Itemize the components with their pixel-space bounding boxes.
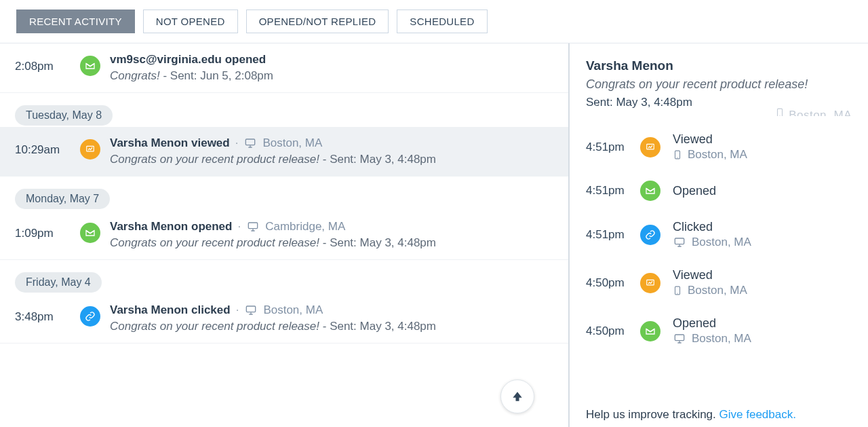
activity-time: 1:09pm [15, 220, 80, 240]
activity-time: 2:08pm [15, 53, 80, 73]
timeline-row[interactable]: 4:50pm Opened Boston, MA [586, 316, 852, 346]
mobile-icon [775, 107, 785, 116]
svg-rect-0 [87, 146, 94, 151]
svg-point-12 [677, 293, 677, 294]
activity-actor: Varsha Menon [110, 303, 188, 316]
activity-sent: Sent: May 3, 4:48pm [330, 236, 436, 249]
panel-timeline: 4:51pm Viewed Boston, MA 4:51pm Opened 4… [586, 132, 852, 346]
opened-icon [640, 321, 660, 341]
svg-point-5 [780, 115, 781, 116]
activity-sent: Sent: May 3, 4:48pm [330, 153, 436, 166]
clicked-icon [640, 225, 660, 245]
activity-location: Cambridge, MA [265, 220, 345, 234]
svg-rect-10 [647, 280, 654, 285]
timeline-time: 4:51pm [586, 141, 640, 154]
clicked-icon [80, 306, 100, 327]
detail-panel: Varsha Menon Congrats on your recent pro… [570, 43, 868, 427]
mobile-icon [673, 284, 682, 297]
date-separator: Friday, May 4 [15, 272, 102, 293]
panel-contact-name: Varsha Menon [586, 58, 852, 73]
tab-notreplied[interactable]: OPENED/NOT REPLIED [246, 10, 389, 33]
timeline-location: Boston, MA [688, 284, 747, 297]
svg-point-8 [677, 157, 677, 158]
opened-icon [80, 223, 100, 243]
activity-actor: vm9sc@virginia.edu [110, 53, 222, 66]
feedback-prompt: Help us improve tracking. Give feedback. [586, 408, 852, 422]
activity-subject: Congrats on your recent product release! [110, 153, 319, 166]
timeline-location: Boston, MA [688, 148, 747, 162]
activity-row[interactable]: 3:48pm Varsha Menon clicked · Boston, MA… [0, 294, 568, 344]
activity-row[interactable]: 2:08pm vm9sc@virginia.edu opened Congrat… [0, 43, 568, 93]
timeline-time: 4:51pm [586, 228, 640, 242]
viewed-icon [640, 273, 660, 293]
activity-location: Boston, MA [263, 303, 323, 317]
scroll-to-top-button[interactable] [500, 379, 534, 413]
svg-rect-6 [647, 144, 654, 149]
desktop-icon [243, 138, 257, 149]
activity-actor: Varsha Menon [110, 136, 188, 149]
mobile-icon [673, 149, 682, 161]
svg-rect-2 [249, 223, 258, 229]
timeline-row[interactable]: 4:50pm Viewed Boston, MA [586, 268, 852, 297]
tab-scheduled[interactable]: SCHEDULED [397, 10, 487, 33]
tab-recent[interactable]: RECENT ACTIVITY [16, 10, 135, 33]
activity-subject: Congrats on your recent product release! [110, 320, 319, 333]
svg-rect-13 [675, 335, 684, 341]
activity-time: 3:48pm [15, 303, 80, 324]
timeline-location: Boston, MA [692, 332, 751, 346]
timeline-action: Opened [673, 316, 852, 331]
activity-subject: Congrats! [110, 69, 160, 82]
panel-subject: Congrats on your recent product release! [586, 77, 852, 92]
desktop-icon [673, 237, 686, 248]
activity-feed: 2:08pm vm9sc@virginia.edu opened Congrat… [0, 43, 570, 427]
filter-tabs: RECENT ACTIVITYNOT OPENEDOPENED/NOT REPL… [0, 0, 868, 43]
activity-action: opened [225, 53, 266, 66]
activity-action: opened [191, 220, 232, 233]
viewed-icon [80, 139, 100, 160]
date-separator: Monday, May 7 [15, 189, 110, 209]
activity-row[interactable]: 10:29am Varsha Menon viewed · Boston, MA… [0, 127, 568, 177]
activity-sent: Sent: May 3, 4:48pm [330, 320, 436, 333]
timeline-location: Boston, MA [692, 236, 751, 249]
svg-rect-9 [675, 238, 684, 244]
activity-row[interactable]: 1:09pm Varsha Menon opened · Cambridge, … [0, 210, 568, 260]
svg-rect-3 [247, 306, 256, 312]
activity-sent: Sent: Jun 5, 2:08pm [170, 69, 273, 82]
timeline-action: Clicked [673, 220, 852, 234]
activity-location: Boston, MA [262, 136, 322, 150]
timeline-row[interactable]: 4:51pm Viewed Boston, MA [586, 132, 852, 162]
activity-action: clicked [191, 303, 231, 316]
activity-actor: Varsha Menon [110, 220, 188, 233]
activity-action: viewed [191, 136, 230, 149]
timeline-row[interactable]: 4:51pm Clicked Boston, MA [586, 220, 852, 249]
opened-icon [640, 181, 660, 201]
give-feedback-link[interactable]: Give feedback. [719, 408, 796, 421]
timeline-time: 4:50pm [586, 324, 640, 338]
timeline-row[interactable]: 4:51pm Opened [586, 181, 852, 201]
opened-icon [80, 56, 100, 76]
timeline-time: 4:51pm [586, 184, 640, 198]
timeline-action: Opened [673, 184, 852, 198]
svg-rect-1 [246, 139, 255, 145]
desktop-icon [246, 221, 260, 232]
timeline-action: Viewed [673, 268, 852, 282]
tab-notopened[interactable]: NOT OPENED [143, 10, 238, 33]
activity-subject: Congrats on your recent product release! [110, 236, 319, 249]
date-separator: Tuesday, May 8 [15, 105, 113, 126]
timeline-time: 4:50pm [586, 276, 640, 290]
svg-rect-4 [778, 109, 783, 116]
desktop-icon [244, 305, 258, 316]
timeline-action: Viewed [673, 132, 852, 147]
viewed-icon [640, 137, 660, 157]
activity-time: 10:29am [15, 136, 80, 157]
desktop-icon [673, 333, 686, 344]
